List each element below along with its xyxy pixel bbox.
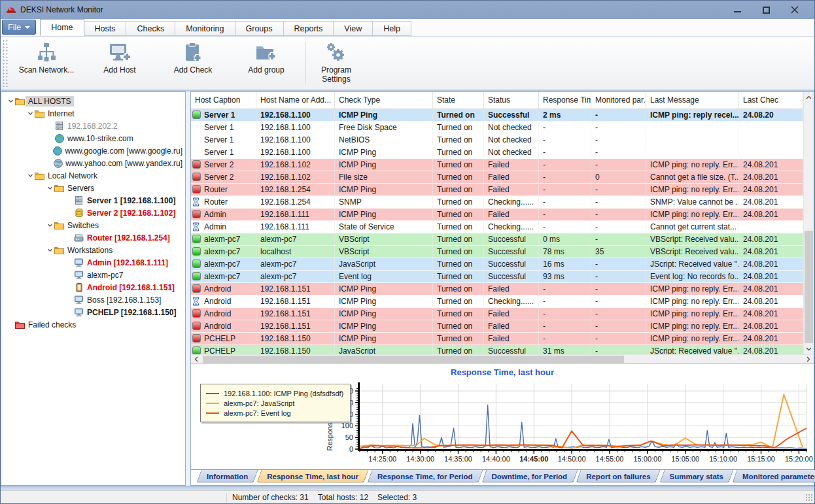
bottom-tab-summary-stats[interactable]: Summary stats: [662, 470, 731, 482]
tab-groups[interactable]: Groups: [235, 21, 284, 36]
minimize-button[interactable]: [723, 1, 752, 18]
tree-item-www-yahoo-com-www-yandex-ru[interactable]: www.yahoo.com [www.yandex.ru]: [1, 157, 185, 169]
table-row[interactable]: Admin192.168.1.111State of ServiceTurned…: [191, 221, 803, 233]
tab-checks[interactable]: Checks: [126, 21, 175, 36]
column-header-status[interactable]: Status: [484, 92, 539, 109]
table-row[interactable]: Android192.168.1.151ICMP PingTurned onFa…: [191, 283, 803, 295]
scan-network-button[interactable]: Scan Network...: [10, 37, 83, 90]
resize-grip[interactable]: [805, 494, 813, 501]
table-row[interactable]: PCHELP192.168.1.150JavaScriptTurned onSu…: [191, 345, 803, 354]
column-header-last-message[interactable]: Last Message: [646, 92, 739, 109]
table-row[interactable]: Server 1192.168.1.100ICMP PingTurned onS…: [191, 109, 803, 122]
tree-item-router-192-168-1-254[interactable]: Router [192.168.1.254]: [1, 231, 185, 244]
cell-state: Turned on: [433, 159, 484, 171]
hscroll-track[interactable]: [201, 355, 803, 363]
column-header-monitored-par[interactable]: Monitored par...: [591, 92, 646, 109]
tree-item-internet[interactable]: Internet: [1, 107, 185, 120]
vscroll-track[interactable]: [804, 103, 814, 344]
tree-expand-arrow[interactable]: [46, 222, 54, 228]
tab-help[interactable]: Help: [372, 21, 411, 36]
tree-item-workstations[interactable]: Workstations: [1, 244, 185, 256]
vertical-scrollbar[interactable]: [803, 92, 814, 354]
bottom-tab-monitored-parameter[interactable]: Monitored parameter: [735, 470, 815, 482]
close-button[interactable]: [780, 1, 809, 18]
table-row[interactable]: alexm-pc7alexm-pc7JavaScriptTurned onSuc…: [191, 258, 803, 271]
table-row[interactable]: Android192.168.1.151ICMP PingTurned onCh…: [191, 295, 803, 308]
table-row[interactable]: alexm-pc7alexm-pc7Event logTurned onSucc…: [191, 271, 803, 283]
panel-splitter[interactable]: [186, 92, 190, 486]
bottom-tab-information[interactable]: Information: [199, 470, 256, 482]
tree-expand-arrow[interactable]: [46, 247, 54, 253]
tree-item-admin-192-168-1-111[interactable]: Admin [192.168.1.111]: [1, 256, 185, 269]
bottom-tab-downtime-for-period[interactable]: Downtime, for Period: [484, 470, 576, 482]
table-row[interactable]: PCHELP192.168.1.150ICMP PingTurned onFai…: [191, 333, 803, 345]
tree-expand-arrow[interactable]: [46, 185, 54, 191]
column-header-response-time[interactable]: Response Time: [539, 92, 591, 109]
bottom-tab-response-time-last-hour[interactable]: Response Time, last hour: [259, 470, 366, 482]
scroll-left-button[interactable]: [191, 356, 201, 362]
column-header-host-name-or-add[interactable]: Host Name or Add...: [256, 92, 335, 109]
tab-view[interactable]: View: [333, 21, 373, 36]
program-settings-button[interactable]: Program Settings: [309, 37, 364, 90]
table-row[interactable]: Admin192.168.1.111ICMP PingTurned onFail…: [191, 209, 803, 221]
tree-item-servers[interactable]: Servers: [1, 182, 185, 194]
tree-item-failed-checks[interactable]: Failed checks: [1, 318, 185, 331]
tree-item-alexm-pc7[interactable]: alexm-pc7: [1, 269, 185, 281]
file-menu-button[interactable]: File: [2, 20, 36, 35]
tree-item-server-2-192-168-1-102[interactable]: Server 2 [192.168.1.102]: [1, 207, 185, 219]
table-row[interactable]: Server 1192.168.1.100Free Disk SpaceTurn…: [191, 122, 803, 134]
table-row[interactable]: Server 1192.168.1.100NetBIOSTurned onNot…: [191, 134, 803, 146]
table-row[interactable]: Android192.168.1.151ICMP PingTurned onFa…: [191, 320, 803, 333]
table-row[interactable]: Android192.168.1.151ICMP PingTurned onFa…: [191, 308, 803, 320]
tab-monitoring[interactable]: Monitoring: [175, 21, 235, 36]
tree-item-192-168-202-2[interactable]: 192.168.202.2: [1, 120, 185, 132]
tree-item-boss-192-168-1-153[interactable]: Boss [192.168.1.153]: [1, 294, 185, 306]
cell-response-time: 31 ms: [539, 345, 591, 354]
tree-expand-arrow[interactable]: [26, 173, 34, 178]
tree-item-server-1-192-168-1-100[interactable]: Server 1 [192.168.1.100]: [1, 194, 185, 207]
scroll-up-button[interactable]: [804, 92, 814, 103]
column-header-last-chec[interactable]: Last Chec: [739, 92, 803, 109]
router-icon: [73, 234, 84, 242]
column-header-state[interactable]: State: [433, 92, 484, 109]
tab-home[interactable]: Home: [40, 19, 84, 36]
scroll-right-button[interactable]: [803, 356, 814, 362]
tree-item-local-network[interactable]: Local Network: [1, 169, 185, 182]
bottom-tab-response-time-for-period[interactable]: Response Time, for Period: [370, 470, 481, 482]
horizontal-scrollbar[interactable]: [191, 354, 814, 363]
cell-host-name: 192.168.1.102: [256, 171, 335, 184]
cell-last-checked: 24.08.201: [739, 295, 803, 308]
tab-hosts[interactable]: Hosts: [84, 21, 127, 36]
column-header-host-caption[interactable]: Host Caption: [191, 92, 256, 109]
add-check-button[interactable]: Add Check: [156, 37, 230, 90]
tree-item-www-google-com-www-google-ru[interactable]: www.google.com [www.google.ru]: [1, 144, 185, 157]
scroll-down-button[interactable]: [804, 344, 814, 354]
tab-reports[interactable]: Reports: [283, 21, 334, 36]
table-row[interactable]: Router192.168.1.254ICMP PingTurned onFai…: [191, 184, 803, 196]
cell-last-message: ICMP ping: no reply. Err...: [646, 283, 739, 295]
table-row[interactable]: alexm-pc7alexm-pc7VBScriptTurned onSucce…: [191, 233, 803, 246]
cell-monitored-parameter: -: [591, 134, 646, 146]
tree-expand-arrow[interactable]: [26, 110, 34, 116]
tree-item-www-10-strike-com[interactable]: www.10-strike.com: [1, 132, 185, 144]
table-row[interactable]: Server 1192.168.1.100ICMP PingTurned onN…: [191, 146, 803, 159]
table-row[interactable]: Server 2192.168.1.102ICMP PingTurned onF…: [191, 159, 803, 171]
tree-item-android-192-168-1-151[interactable]: Android [192.168.1.151]: [1, 281, 185, 294]
cell-check-type: ICMP Ping: [335, 109, 433, 122]
add-group-button[interactable]: Add group: [230, 37, 303, 90]
maximize-button[interactable]: [752, 1, 780, 18]
tree-expand-arrow[interactable]: [7, 98, 14, 104]
table-row[interactable]: Server 2192.168.1.102File sizeTurned onF…: [191, 171, 803, 184]
table-row[interactable]: alexm-pc7localhostVBScriptTurned onSucce…: [191, 246, 803, 258]
bottom-tab-report-on-failures[interactable]: Report on failures: [578, 470, 658, 482]
tree-item-pchelp-192-168-1-150[interactable]: PCHELP [192.168.1.150]: [1, 306, 185, 318]
tree-item-all-hosts[interactable]: ALL HOSTS: [1, 95, 185, 107]
column-header-check-type[interactable]: Check Type: [335, 92, 433, 109]
hscroll-thumb[interactable]: [203, 356, 624, 363]
vscroll-thumb[interactable]: [805, 231, 813, 343]
cell-last-message: ICMP ping: no reply. Err...: [646, 320, 739, 333]
table-row[interactable]: Router192.168.1.254SNMPTurned onChecking…: [191, 196, 803, 209]
add-host-button[interactable]: Add Host: [83, 37, 156, 90]
tree-item-switches[interactable]: Switches: [1, 219, 185, 231]
svg-text:14:25:00: 14:25:00: [368, 455, 396, 463]
